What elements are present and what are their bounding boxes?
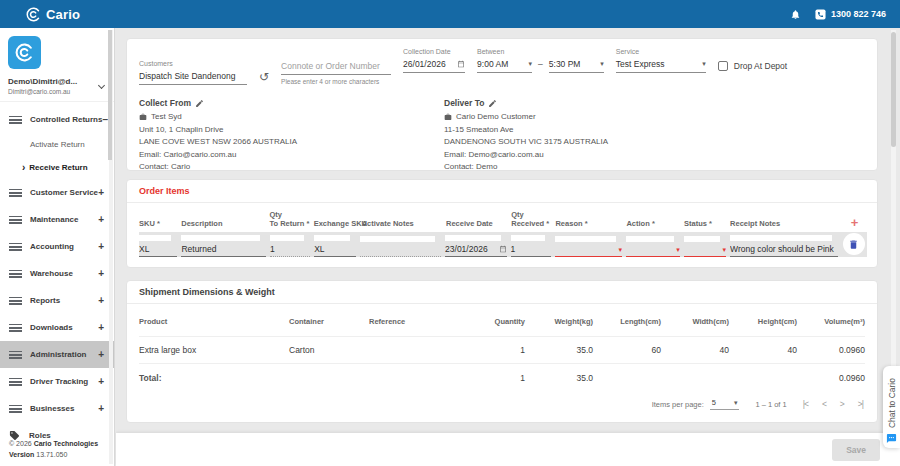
service-select[interactable]: Test Express ▾ — [616, 59, 706, 73]
sidebar-item-controlled-returns[interactable]: Controlled Returns − — [0, 106, 114, 133]
brand-logo[interactable]: Cario — [26, 7, 80, 22]
phone-icon — [815, 9, 826, 20]
total-quantity: 1 — [457, 373, 525, 383]
shipment-title: Shipment Dimensions & Weight — [127, 281, 877, 304]
chevron-down-icon: ▾ — [529, 60, 533, 68]
container-cell: Carton — [289, 345, 369, 355]
calendar-icon[interactable] — [457, 60, 465, 68]
menu-bars-icon — [9, 216, 22, 224]
support-phone[interactable]: 1300 822 746 — [815, 9, 886, 20]
trash-icon — [848, 239, 859, 250]
collect-address1: Unit 10, 1 Chaplin Drive — [139, 124, 444, 137]
brand-name: Cario — [46, 7, 80, 22]
expand-icon: + — [98, 403, 104, 414]
sidebar-item-businesses[interactable]: Businesses + — [0, 395, 114, 422]
delete-row-button[interactable] — [843, 233, 865, 255]
main-scrollbar-thumb[interactable] — [891, 32, 896, 147]
expand-icon: + — [98, 268, 104, 279]
sidebar-item-reports[interactable]: Reports + — [0, 287, 114, 314]
deliver-contact: Contact: Demo — [444, 161, 749, 174]
edit-icon[interactable] — [488, 99, 497, 108]
exchange-sku-input[interactable]: XL — [314, 244, 356, 257]
main-content: Customers ↺ Please enter 4 or more chara… — [116, 28, 900, 466]
collect-address2: LANE COVE WEST NSW 2066 AUSTRALIA — [139, 136, 444, 149]
sidebar-item-warehouse[interactable]: Warehouse + — [0, 260, 114, 287]
app-window: Cario 1300 822 746 Demo\Dimi — [0, 0, 900, 466]
edit-icon[interactable] — [195, 99, 204, 108]
sku-input[interactable]: XL — [139, 244, 177, 257]
top-navbar: Cario 1300 822 746 — [0, 0, 900, 28]
save-button[interactable]: Save — [832, 439, 880, 461]
chevron-down-icon: ▾ — [619, 246, 623, 254]
add-row-icon[interactable]: + — [842, 218, 867, 228]
sidebar-item-administration[interactable]: Administration + — [0, 341, 114, 368]
menu-bars-icon — [9, 351, 22, 359]
reason-select[interactable]: ▾ — [555, 245, 622, 257]
cario-logo-icon — [15, 43, 34, 62]
menu-bars-icon — [9, 270, 22, 278]
user-email: Dimitri@cario.com.au — [8, 88, 77, 95]
calendar-icon[interactable] — [499, 245, 507, 253]
collect-name: Test Syd — [151, 111, 182, 124]
previous-page-icon[interactable]: < — [822, 399, 826, 409]
sidebar: Demo\Dimitri@d... Dimitri@cario.com.au C… — [0, 28, 115, 466]
time-range-separator: – — [538, 59, 543, 73]
chevron-down-icon: ▾ — [600, 60, 604, 68]
expand-icon: + — [98, 376, 104, 387]
qty-received-input[interactable]: 1 — [511, 244, 551, 257]
deliver-address1: 11-15 Smeaton Ave — [444, 124, 749, 137]
activate-notes-input[interactable] — [360, 245, 441, 257]
volume-cell: 0.0960 — [797, 345, 865, 355]
quantity-cell: 1 — [457, 345, 525, 355]
sidebar-item-driver-tracking[interactable]: Driver Tracking + — [0, 368, 114, 395]
chevron-right-icon: › — [22, 162, 25, 173]
sidebar-item-downloads[interactable]: Downloads + — [0, 314, 114, 341]
customers-input[interactable] — [139, 71, 247, 85]
order-items-card: Order Items SKU * Description QtyTo Retu… — [126, 179, 878, 268]
collect-from-title: Collect From — [139, 98, 191, 108]
first-page-icon[interactable]: |< — [803, 399, 808, 409]
sidebar-item-customer-service[interactable]: Customer Service + — [0, 179, 114, 206]
receipt-notes-input[interactable]: Wrong color should be Pink — [730, 244, 838, 257]
last-page-icon[interactable]: >| — [858, 399, 863, 409]
sidebar-logo[interactable] — [8, 36, 41, 69]
chevron-down-icon — [98, 81, 105, 88]
chevron-down-icon: ▾ — [702, 60, 706, 68]
qty-to-return-input[interactable]: 1 — [270, 244, 310, 257]
action-select[interactable]: ▾ — [626, 245, 680, 257]
sidebar-item-accounting[interactable]: Accounting + — [0, 233, 114, 260]
items-per-page-select[interactable]: 5 ▾ — [710, 398, 740, 410]
product-cell: Extra large box — [139, 345, 289, 355]
connote-order-number-input[interactable] — [281, 61, 391, 75]
menu-bars-icon — [9, 297, 22, 305]
briefcase-icon — [139, 113, 147, 121]
next-page-icon[interactable]: > — [840, 399, 844, 409]
expand-icon: + — [98, 295, 104, 306]
receive-date-input[interactable]: 23/01/2026 — [445, 244, 506, 257]
user-account-menu[interactable]: Demo\Dimitri@d... Dimitri@cario.com.au — [0, 75, 114, 102]
sidebar-item-activate-return[interactable]: Activate Return — [0, 133, 114, 156]
items-per-page-label: Items per page: — [652, 400, 704, 409]
chevron-down-icon: ▾ — [676, 246, 680, 254]
sidebar-scrollbar[interactable] — [109, 30, 113, 464]
height-cell: 40 — [729, 345, 797, 355]
time-from-select[interactable]: 9:00 AM ▾ — [477, 59, 532, 73]
notifications-bell-icon[interactable] — [790, 9, 801, 20]
description-input[interactable]: Returned — [181, 244, 265, 257]
order-items-title: Order Items — [127, 180, 877, 203]
sidebar-item-maintenance[interactable]: Maintenance + — [0, 206, 114, 233]
length-cell: 60 — [593, 345, 661, 355]
drop-at-depot-checkbox[interactable] — [718, 61, 728, 71]
time-to-select[interactable]: 5:30 PM ▾ — [549, 59, 604, 73]
collection-date-input[interactable]: 26/01/2026 — [403, 59, 465, 73]
deliver-to-block: Deliver To Cario Demo Customer 11-15 Sme… — [444, 98, 749, 174]
chat-label: Chat to Cario — [887, 378, 897, 428]
undo-icon[interactable]: ↺ — [259, 70, 269, 85]
status-select[interactable]: ▾ — [684, 245, 726, 257]
expand-icon: + — [98, 349, 104, 360]
paginator: Items per page: 5 ▾ 1 – 1 of 1 |< < > >| — [127, 392, 877, 418]
menu-bars-icon — [9, 243, 22, 251]
sidebar-item-receive-return[interactable]: › Receive Return — [0, 156, 114, 179]
expand-icon: + — [98, 214, 104, 225]
chat-to-cario-tab[interactable]: Chat to Cario — [883, 366, 900, 448]
